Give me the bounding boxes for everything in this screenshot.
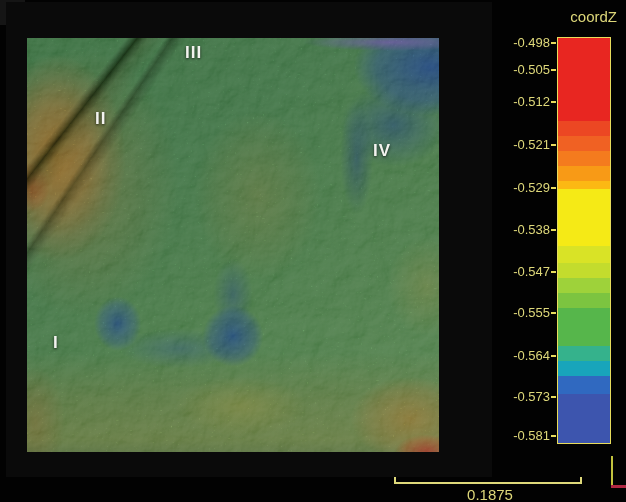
colorbar-tick-mark	[551, 355, 556, 357]
colorbar-tick-mark	[551, 144, 556, 146]
render-window: IIIIIIIV	[6, 2, 492, 477]
axis-x-line	[611, 485, 626, 488]
digit-label-III: III	[185, 44, 202, 61]
rock-grain-texture	[27, 38, 439, 452]
colorbar-segment	[558, 121, 610, 136]
colorbar-tick-mark	[551, 101, 556, 103]
colorbar-tick-label: -0.564	[490, 348, 550, 364]
colorbar-segment	[558, 293, 610, 308]
surface-heightmap-render[interactable]: IIIIIIIV	[27, 38, 439, 452]
digit-label-II: II	[95, 110, 106, 127]
colorbar-segment	[558, 346, 610, 361]
colorbar-tick-mark	[551, 42, 556, 44]
colorbar-tick-mark	[551, 187, 556, 189]
colorbar-tick-label: -0.505	[490, 62, 550, 78]
colorbar-segment	[558, 189, 610, 246]
colorbar-gradient	[558, 38, 610, 443]
colorbar-segment	[558, 166, 610, 181]
colorbar-tick-mark	[551, 229, 556, 231]
scale-bar-line	[395, 482, 582, 484]
colorbar-tick-label: -0.581	[490, 428, 550, 444]
colorbar-title: coordZ	[545, 8, 617, 25]
colorbar-segment	[558, 394, 610, 443]
colorbar-tick-mark	[551, 271, 556, 273]
colorbar-tick-label: -0.538	[490, 222, 550, 238]
colorbar-segment	[558, 308, 610, 346]
colorbar-tick-mark	[551, 435, 556, 437]
digit-label-I: I	[53, 334, 59, 351]
scale-bar-label: 0.1875	[438, 486, 542, 502]
colorbar-segment	[558, 136, 610, 151]
colorbar-segment	[558, 361, 610, 376]
colorbar-tick-label: -0.512	[490, 94, 550, 110]
colorbar-segment	[558, 181, 610, 189]
colorbar-tick-label: -0.521	[490, 137, 550, 153]
colorbar-segment	[558, 151, 610, 166]
colorbar-segment	[558, 278, 610, 293]
colorbar-tick-label: -0.555	[490, 305, 550, 321]
colorbar-tick-mark	[551, 69, 556, 71]
colorbar-segment	[558, 246, 610, 263]
colorbar-tick-label: -0.573	[490, 389, 550, 405]
viewport: IIIIIIIV coordZ -0.498-0.505-0.512-0.521…	[0, 0, 626, 502]
colorbar	[557, 37, 611, 444]
colorbar-tick-label: -0.529	[490, 180, 550, 196]
colorbar-segment	[558, 38, 610, 121]
colorbar-segment	[558, 376, 610, 394]
colorbar-tick-mark	[551, 312, 556, 314]
scale-bar-right-tick	[580, 477, 582, 484]
scale-bar-left-tick	[394, 477, 396, 484]
colorbar-tick-mark	[551, 396, 556, 398]
digit-label-IV: IV	[373, 142, 391, 159]
colorbar-segment	[558, 263, 610, 278]
axis-y-line	[611, 456, 613, 487]
colorbar-tick-label: -0.547	[490, 264, 550, 280]
colorbar-tick-label: -0.498	[490, 35, 550, 51]
